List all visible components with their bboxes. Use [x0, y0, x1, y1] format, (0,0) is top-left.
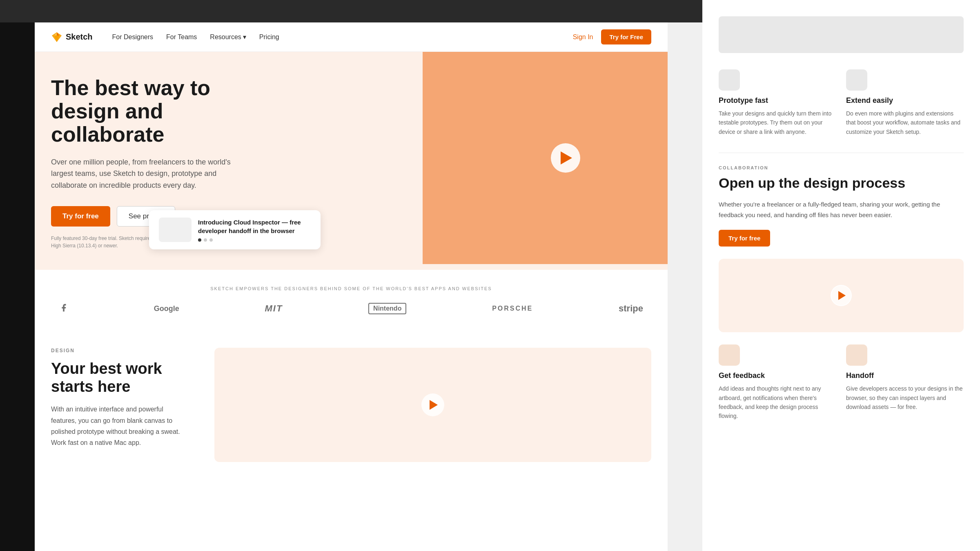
dot-1[interactable]	[198, 238, 201, 242]
feedback-icon	[719, 344, 740, 366]
hero-section: The best way to design and collaborate O…	[35, 52, 668, 270]
design-desc: With an intuitive interface and powerful…	[51, 404, 190, 448]
logo-nintendo: Nintendo	[368, 303, 406, 314]
design-play-button[interactable]	[421, 393, 444, 416]
extend-title: Extend easily	[846, 96, 964, 105]
sign-in-button[interactable]: Sign In	[573, 33, 593, 41]
hero-play-button[interactable]	[551, 143, 580, 173]
browser-sidebar	[0, 0, 35, 551]
feedback-title: Get feedback	[719, 371, 836, 380]
dot-2[interactable]	[204, 238, 207, 242]
play-icon-design	[430, 400, 438, 410]
feature-card-title: Introducing Cloud Inspector — free devel…	[198, 218, 311, 235]
logo-google: Google	[154, 304, 179, 313]
logo-stripe: stripe	[619, 303, 643, 314]
extend-icon	[846, 69, 867, 91]
try-for-free-nav-button[interactable]: Try for Free	[601, 29, 651, 44]
prototype-title: Prototype fast	[719, 96, 836, 105]
feature-extend: Extend easily Do even more with plugins …	[846, 69, 964, 136]
nav-for-designers[interactable]: For Designers	[112, 33, 153, 41]
feedback-desc: Add ideas and thoughts right next to any…	[719, 384, 836, 421]
nav-pricing[interactable]: Pricing	[259, 33, 279, 41]
site-wrapper: Sketch For Designers For Teams Resources…	[35, 22, 668, 551]
feature-card[interactable]: Introducing Cloud Inspector — free devel…	[149, 210, 321, 249]
collab-label: COLLABORATION	[719, 165, 964, 170]
logos-row: Google MIT Nintendo PORSCHE stripe	[51, 302, 651, 315]
feature-row-2: Get feedback Add ideas and thoughts righ…	[719, 344, 964, 421]
design-title: Your best work starts here	[51, 360, 190, 395]
collab-play-button[interactable]	[831, 285, 852, 306]
handoff-desc: Give developers access to your designs i…	[846, 384, 964, 411]
nav-for-teams[interactable]: For Teams	[166, 33, 197, 41]
try-for-free-collab-button[interactable]: Try for free	[719, 230, 770, 247]
nav-actions: Sign In Try for Free	[573, 29, 651, 44]
nav-resources[interactable]: Resources ▾	[210, 33, 246, 41]
right-panel: Prototype fast Take your designs and qui…	[702, 0, 980, 551]
feature-prototype: Prototype fast Take your designs and qui…	[719, 69, 836, 136]
feature-handoff: Handoff Give developers access to your d…	[846, 344, 964, 421]
feature-feedback: Get feedback Add ideas and thoughts righ…	[719, 344, 836, 421]
navigation: Sketch For Designers For Teams Resources…	[35, 22, 668, 52]
sketch-logo-icon	[51, 31, 62, 43]
logo[interactable]: Sketch	[51, 31, 93, 43]
design-label: DESIGN	[51, 348, 190, 353]
extend-desc: Do even more with plugins and extensions…	[846, 109, 964, 136]
collab-desc: Whether you're a freelancer or a fully-f…	[719, 199, 964, 220]
chevron-down-icon: ▾	[243, 33, 246, 41]
handoff-icon	[846, 344, 867, 366]
logos-tagline: SKETCH EMPOWERS THE DESIGNERS BEHIND SOM…	[51, 286, 651, 291]
design-section: DESIGN Your best work starts here With a…	[35, 327, 668, 482]
feature-card-image	[159, 218, 192, 242]
handoff-title: Handoff	[846, 371, 964, 380]
design-content: DESIGN Your best work starts here With a…	[51, 348, 190, 462]
divider-1	[719, 153, 964, 153]
collab-video-area	[719, 259, 964, 332]
logo-porsche: PORSCHE	[492, 305, 533, 312]
collab-title: Open up the design process	[719, 175, 964, 191]
prototype-icon	[719, 69, 740, 91]
hero-title: The best way to design and collaborate	[51, 76, 280, 147]
dot-3[interactable]	[209, 238, 213, 242]
feature-card-content: Introducing Cloud Inspector — free devel…	[198, 218, 311, 242]
hero-subtitle: Over one million people, from freelancer…	[51, 156, 239, 191]
logo-mit: MIT	[265, 303, 283, 314]
logo-facebook	[59, 302, 68, 315]
play-icon-collab	[838, 291, 846, 300]
design-video-area	[214, 348, 651, 462]
prototype-desc: Take your designs and quickly turn them …	[719, 109, 836, 136]
collaboration-section: COLLABORATION Open up the design process…	[719, 165, 964, 247]
nav-links: For Designers For Teams Resources ▾ Pric…	[112, 33, 573, 41]
top-right-placeholder	[719, 16, 964, 53]
hero-video-area	[423, 52, 668, 264]
play-icon	[561, 151, 572, 164]
feature-row-1: Prototype fast Take your designs and qui…	[719, 69, 964, 136]
logos-section: SKETCH EMPOWERS THE DESIGNERS BEHIND SOM…	[35, 270, 668, 327]
try-for-free-hero-button[interactable]: Try for free	[51, 206, 110, 227]
feature-card-pagination	[198, 238, 311, 242]
